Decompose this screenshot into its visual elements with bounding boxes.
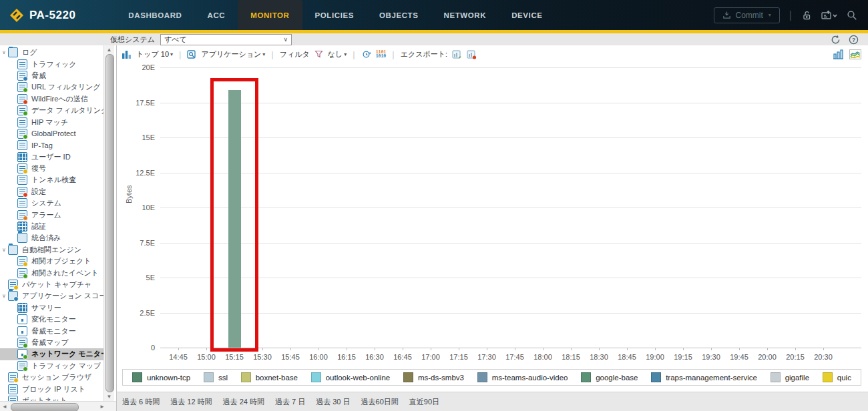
- time-range-link-2[interactable]: 過去 24 時間: [223, 397, 264, 407]
- raw-data-icon[interactable]: 1101 1010: [376, 51, 387, 59]
- export-png-icon[interactable]: [452, 50, 462, 59]
- sidebar-item-hip-match[interactable]: HIP マッチ: [0, 116, 103, 127]
- scroll-left-icon[interactable]: ◄: [0, 402, 9, 411]
- sidebar-item-correlation-objects[interactable]: 相関オブジェクト: [0, 256, 103, 267]
- sidebar-item-packet-capture[interactable]: パケット キャプチャ: [0, 279, 103, 290]
- sidebar-item-block-ip-list[interactable]: ブロック IP リスト: [0, 383, 103, 394]
- export-pdf-icon[interactable]: [467, 50, 477, 59]
- sidebar-item-decryption[interactable]: 復号: [0, 163, 103, 174]
- search-icon[interactable]: [847, 10, 857, 21]
- commit-button[interactable]: Commit ▾: [714, 7, 779, 23]
- filter-dropdown[interactable]: なし ▾: [328, 49, 347, 59]
- refresh-icon[interactable]: [831, 35, 841, 45]
- legend-item-ms-ds-smbv3[interactable]: ms-ds-smbv3: [403, 372, 464, 382]
- set-time-icon[interactable]: [361, 49, 371, 59]
- tab-monitor[interactable]: MONITOR: [238, 0, 302, 30]
- x-tick-mark: [234, 348, 235, 350]
- x-tick-label: 19:30: [696, 353, 726, 361]
- filter-value: なし: [328, 49, 343, 59]
- sidebar-item-user-id[interactable]: ユーザー ID: [0, 151, 103, 163]
- tab-policies[interactable]: POLICIES: [302, 0, 367, 30]
- time-range-link-4[interactable]: 過去 30 日: [316, 397, 350, 407]
- sidebar-item-change-monitor[interactable]: 変化モニター: [0, 314, 103, 325]
- unlock-icon[interactable]: [801, 10, 812, 21]
- legend-item-traps-management-service[interactable]: traps-management-service: [651, 372, 757, 382]
- tab-device[interactable]: DEVICE: [499, 0, 555, 30]
- sidebar-item-botnet[interactable]: ボットネット: [0, 395, 103, 401]
- url-filtering-icon: [17, 82, 27, 92]
- scrollbar-thumb[interactable]: [105, 54, 114, 392]
- sidebar-item-data-filtering[interactable]: データ フィルタリング: [0, 105, 103, 116]
- sidebar-item-label: 認証: [31, 222, 46, 232]
- chart-type-bar-icon[interactable]: [833, 49, 844, 59]
- sidebar-item-configuration[interactable]: 設定: [0, 186, 103, 197]
- tab-dashboard[interactable]: DASHBOARD: [116, 0, 194, 30]
- x-tick-label: 17:00: [416, 353, 445, 361]
- filter-label: フィルタ: [280, 49, 310, 59]
- time-range-link-1[interactable]: 過去 12 時間: [170, 397, 212, 407]
- sidebar-item-wildfire-submissions[interactable]: WildFireへの送信: [0, 93, 103, 105]
- sidebar-item-authentication[interactable]: 認証: [0, 221, 103, 232]
- time-range-link-3[interactable]: 過去 7 日: [275, 397, 305, 407]
- sidebar-item-threat-monitor[interactable]: 脅威モニター: [0, 325, 103, 336]
- scrollbar-thumb[interactable]: [11, 403, 79, 411]
- sidebar-item-globalprotect[interactable]: GlobalProtect: [0, 128, 103, 139]
- sidebar-item-automated-correlation-engine[interactable]: ∨自動相関エンジン: [0, 244, 103, 256]
- sidebar-item-logs[interactable]: ∨ログ: [0, 47, 103, 58]
- chart-type-area-icon[interactable]: [849, 49, 861, 59]
- help-icon[interactable]: ?: [849, 35, 859, 45]
- legend-swatch: [311, 372, 321, 382]
- tab-objects[interactable]: OBJECTS: [367, 0, 431, 30]
- chevron-down-icon: ▾: [170, 51, 173, 57]
- sidebar-item-summary[interactable]: サマリー: [0, 302, 103, 314]
- scroll-right-icon[interactable]: ►: [97, 402, 107, 411]
- sidebar-item-network-monitor[interactable]: ネットワーク モニター: [0, 348, 103, 360]
- sidebar-item-app-scope[interactable]: ∨アプリケーション スコープ: [0, 290, 103, 302]
- tab-network[interactable]: NETWORK: [431, 0, 499, 30]
- legend-item-google-base[interactable]: google-base: [581, 372, 638, 382]
- scroll-up-icon[interactable]: ▲: [104, 45, 114, 54]
- sidebar-item-traffic[interactable]: トラフィック: [0, 58, 103, 69]
- legend-item-quic[interactable]: quic: [823, 372, 851, 382]
- legend-item-boxnet-base[interactable]: boxnet-base: [241, 372, 298, 382]
- sidebar-item-url-filtering[interactable]: URL フィルタリング: [0, 81, 103, 93]
- vsys-select[interactable]: すべて ∨: [160, 34, 292, 45]
- sidebar-item-tunnel-inspection[interactable]: トンネル検査: [0, 174, 103, 185]
- status-dot-icon: [23, 111, 28, 116]
- legend-item-outlook-web-online[interactable]: outlook-web-online: [311, 372, 391, 382]
- scroll-down-icon[interactable]: ▼: [104, 392, 114, 401]
- time-range-link-6[interactable]: 直近90日: [409, 397, 439, 407]
- legend-item-unknown-tcp[interactable]: unknown-tcp: [132, 372, 190, 382]
- sidebar-item-threat-map[interactable]: 脅威マップ: [0, 337, 103, 348]
- sidebar-item-unified[interactable]: 統合済み: [0, 232, 103, 244]
- vsys-selected-value: すべて: [164, 35, 187, 45]
- sidebar-item-traffic-map[interactable]: トラフィック マップ: [0, 360, 103, 372]
- chevron-expand-icon[interactable]: ∨: [0, 247, 8, 253]
- group-by-dropdown[interactable]: アプリケーション ▾: [201, 49, 265, 59]
- sidebar-item-label: ログ: [22, 47, 37, 57]
- globalprotect-icon: [17, 129, 27, 139]
- chart-bar-unknown-tcp[interactable]: [228, 90, 241, 348]
- topn-dropdown[interactable]: トップ 10 ▾: [136, 49, 173, 59]
- legend-item-gigafile[interactable]: gigafile: [771, 372, 809, 382]
- legend-item-ssl[interactable]: ssl: [204, 372, 228, 382]
- legend-item-ms-teams-audio-video[interactable]: ms-teams-audio-video: [477, 372, 568, 382]
- sidebar-item-threat[interactable]: 脅威: [0, 70, 103, 81]
- sidebar-vertical-scrollbar[interactable]: ▲ ▼: [103, 45, 114, 401]
- sidebar-item-alarms[interactable]: アラーム: [0, 209, 103, 220]
- time-range-link-0[interactable]: 過去 6 時間: [122, 397, 160, 407]
- gridline: [160, 103, 861, 103]
- sidebar-item-correlated-events[interactable]: 相関されたイベント: [0, 267, 103, 278]
- sidebar-item-system[interactable]: システム: [0, 197, 103, 209]
- sidebar-horizontal-scrollbar[interactable]: ◄ ►: [0, 401, 116, 411]
- sidebar-item-label: IP-Tag: [31, 141, 53, 149]
- config-save-icon[interactable]: [821, 10, 837, 21]
- tab-acc[interactable]: ACC: [195, 0, 238, 30]
- gridline: [160, 243, 861, 244]
- sidebar-item-label: 脅威マップ: [31, 338, 69, 348]
- sidebar-item-session-browser[interactable]: セッション ブラウザ: [0, 372, 103, 383]
- chevron-expand-icon[interactable]: ∨: [0, 293, 8, 299]
- sidebar-item-ip-tag[interactable]: IP-Tag: [0, 139, 103, 151]
- chevron-expand-icon[interactable]: ∨: [0, 49, 8, 55]
- time-range-link-5[interactable]: 過去60日間: [361, 397, 399, 407]
